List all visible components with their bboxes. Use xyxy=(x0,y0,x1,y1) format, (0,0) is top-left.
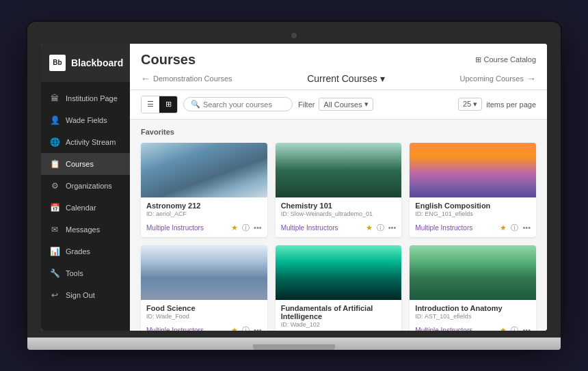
course-card-chem[interactable]: Chemistry 101 ID: Slow-Weinards_ultradem… xyxy=(276,143,402,237)
sidebar-item-messages[interactable]: ✉ Messages xyxy=(41,219,130,241)
course-card-english[interactable]: English Composition ID: ENG_101_efields … xyxy=(410,143,536,237)
sidebar-item-signout[interactable]: ↩ Sign Out xyxy=(41,284,130,306)
laptop-base xyxy=(27,338,561,350)
course-name-chem: Chemistry 101 xyxy=(281,202,397,210)
sidebar: Bb Blackboard 🏛 Institution Page 👤 Wade … xyxy=(41,44,130,331)
left-arrow-icon: ← xyxy=(141,73,150,84)
course-info-ai: Fundamentals of Artificial Intelligence … xyxy=(276,300,402,331)
star-icon-astro[interactable]: ★ xyxy=(231,223,238,232)
right-arrow-icon: → xyxy=(526,73,536,84)
course-instructors-english[interactable]: Multiple Instructors xyxy=(415,224,472,232)
sidebar-title: Blackboard xyxy=(71,57,123,68)
sidebar-item-activity[interactable]: 🌐 Activity Stream xyxy=(41,131,130,153)
more-icon-chem[interactable]: ••• xyxy=(388,223,397,232)
course-name-ai: Fundamentals of Artificial Intelligence xyxy=(281,304,397,320)
star-icon-english[interactable]: ★ xyxy=(500,223,507,232)
more-icon-english[interactable]: ••• xyxy=(522,223,531,232)
per-page-label: items per page xyxy=(486,100,536,109)
grid-view-button[interactable]: ⊞ xyxy=(159,96,177,113)
course-footer-astro: Multiple Instructors ★ ⓘ ••• xyxy=(141,223,267,237)
grades-icon: 📊 xyxy=(49,246,60,257)
page-title: Courses xyxy=(141,52,196,68)
course-id-ai: ID: Wade_102 xyxy=(281,321,397,328)
search-box[interactable]: 🔍 xyxy=(183,97,293,111)
list-view-button[interactable]: ☰ xyxy=(142,96,159,113)
institution-icon: 🏛 xyxy=(49,93,60,104)
main-header: Courses ⊞ Course Catalog ← Demonstration… xyxy=(130,44,547,90)
course-card-astro[interactable]: Astronomy 212 ID: aeriol_ACF Multiple In… xyxy=(141,143,267,237)
course-id-anatomy: ID: AST_101_efields xyxy=(415,313,531,320)
per-page-section: 25 ▾ items per page xyxy=(458,98,536,111)
search-input[interactable] xyxy=(203,100,285,109)
course-instructors-astro[interactable]: Multiple Instructors xyxy=(146,224,204,232)
sidebar-item-courses[interactable]: 📋 Courses xyxy=(41,153,130,175)
sidebar-item-tools[interactable]: 🔧 Tools xyxy=(41,262,130,284)
course-instructors-food[interactable]: Multiple Instructors xyxy=(146,327,204,331)
dropdown-arrow-icon: ▾ xyxy=(380,73,385,84)
course-id-astro: ID: aeriol_ACF xyxy=(146,210,262,217)
course-info-chem: Chemistry 101 ID: Slow-Weinards_ultradem… xyxy=(276,197,402,223)
next-tab-label: Upcoming Courses xyxy=(459,74,524,83)
view-toggle: ☰ ⊞ xyxy=(141,96,178,113)
course-footer-anatomy: Multiple Instructors ★ ⓘ ••• xyxy=(410,325,536,331)
sidebar-item-calendar[interactable]: 📅 Calendar xyxy=(41,197,130,219)
info-icon-chem[interactable]: ⓘ xyxy=(377,223,384,233)
filter-button[interactable]: Filter xyxy=(298,100,315,109)
course-name-food: Food Science xyxy=(146,304,262,312)
filter-dropdown[interactable]: All Courses ▾ xyxy=(319,98,373,111)
catalog-grid-icon: ⊞ xyxy=(475,55,481,64)
course-info-astro: Astronomy 212 ID: aeriol_ACF xyxy=(141,197,267,223)
messages-icon: ✉ xyxy=(49,224,60,235)
star-icon-food[interactable]: ★ xyxy=(231,326,238,331)
course-card-ai[interactable]: Fundamentals of Artificial Intelligence … xyxy=(276,245,402,331)
search-icon: 🔍 xyxy=(191,100,200,109)
course-name-anatomy: Introduction to Anatomy xyxy=(415,304,531,312)
content-area: Favorites Astronomy 212 ID: aeriol_ACF M… xyxy=(130,120,547,331)
header-top: Courses ⊞ Course Catalog xyxy=(141,52,536,68)
more-icon-food[interactable]: ••• xyxy=(254,326,262,331)
sidebar-item-institution[interactable]: 🏛 Institution Page xyxy=(41,87,130,109)
info-icon-english[interactable]: ⓘ xyxy=(511,223,518,233)
tools-icon: 🔧 xyxy=(49,268,60,279)
favorites-section-label: Favorites xyxy=(141,128,536,136)
favorites-grid: Astronomy 212 ID: aeriol_ACF Multiple In… xyxy=(141,143,536,331)
sidebar-item-organizations[interactable]: ⚙ Organizations xyxy=(41,175,130,197)
course-actions-chem: ★ ⓘ ••• xyxy=(366,223,397,233)
course-instructors-chem[interactable]: Multiple Instructors xyxy=(281,224,338,232)
user-icon: 👤 xyxy=(49,115,60,126)
course-info-food: Food Science ID: Wade_Food xyxy=(141,300,267,325)
sidebar-header: Bb Blackboard xyxy=(41,44,130,82)
course-instructors-anatomy[interactable]: Multiple Instructors xyxy=(415,327,472,331)
main-content: Courses ⊞ Course Catalog ← Demonstration… xyxy=(130,44,547,331)
star-icon-chem[interactable]: ★ xyxy=(366,223,373,232)
catalog-label: Course Catalog xyxy=(484,55,536,64)
toolbar: ☰ ⊞ 🔍 Filter All Courses ▾ xyxy=(130,90,547,120)
course-id-chem: ID: Slow-Weinards_ultrademo_01 xyxy=(281,210,397,217)
star-icon-anatomy[interactable]: ★ xyxy=(500,326,507,331)
filter-section: Filter All Courses ▾ xyxy=(298,98,373,111)
globe-icon: 🌐 xyxy=(49,137,60,148)
current-tab-label: Current Courses xyxy=(307,73,377,84)
prev-tab[interactable]: ← Demonstration Courses xyxy=(141,73,232,84)
info-icon-food[interactable]: ⓘ xyxy=(242,325,250,331)
filter-value: All Courses xyxy=(323,100,362,109)
sidebar-nav: 🏛 Institution Page 👤 Wade Fields 🌐 Activ… xyxy=(41,82,130,331)
per-page-select[interactable]: 25 ▾ xyxy=(458,98,482,111)
laptop-outer: Bb Blackboard 🏛 Institution Page 👤 Wade … xyxy=(27,22,561,350)
sidebar-item-label: Wade Fields xyxy=(66,116,107,124)
course-id-english: ID: ENG_101_efields xyxy=(415,210,531,217)
sidebar-item-wade[interactable]: 👤 Wade Fields xyxy=(41,109,130,131)
more-icon-astro[interactable]: ••• xyxy=(254,223,262,232)
course-card-anatomy[interactable]: Introduction to Anatomy ID: AST_101_efie… xyxy=(410,245,536,331)
course-card-food[interactable]: Food Science ID: Wade_Food Multiple Inst… xyxy=(141,245,267,331)
sidebar-item-grades[interactable]: 📊 Grades xyxy=(41,241,130,262)
next-tab[interactable]: Upcoming Courses → xyxy=(459,73,536,84)
course-catalog-link[interactable]: ⊞ Course Catalog xyxy=(475,55,536,64)
current-tab[interactable]: Current Courses ▾ xyxy=(307,73,385,84)
more-icon-anatomy[interactable]: ••• xyxy=(522,326,531,331)
signout-icon: ↩ xyxy=(49,290,60,301)
course-footer-chem: Multiple Instructors ★ ⓘ ••• xyxy=(276,223,402,237)
course-image-chem xyxy=(276,143,402,197)
info-icon-astro[interactable]: ⓘ xyxy=(242,223,250,233)
info-icon-anatomy[interactable]: ⓘ xyxy=(511,325,518,331)
